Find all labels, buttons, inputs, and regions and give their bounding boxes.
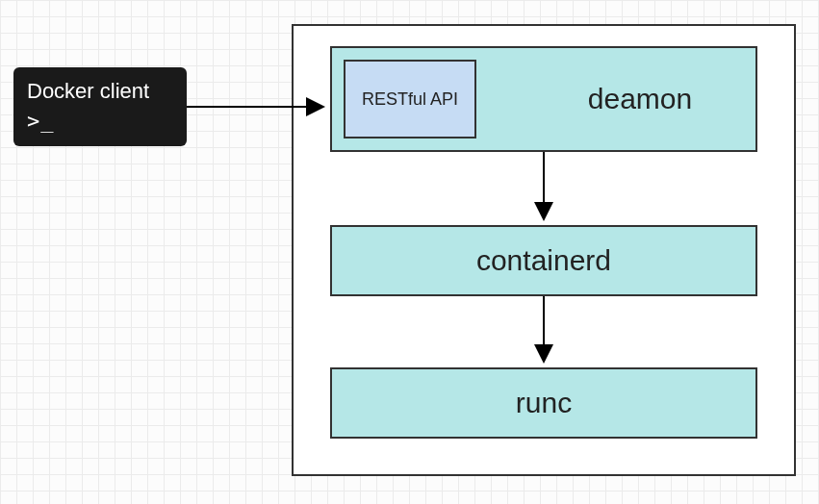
docker-client-box: Docker client >_ [13, 67, 187, 146]
restful-api-label: RESTful API [362, 89, 458, 110]
containerd-box: containerd [330, 225, 757, 296]
terminal-prompt-icon: >_ [27, 107, 173, 137]
daemon-label: deamon [525, 48, 755, 150]
runc-box: runc [330, 367, 757, 439]
runc-label: runc [516, 387, 572, 419]
restful-api-box: RESTful API [344, 60, 476, 139]
docker-client-title: Docker client [27, 77, 173, 107]
containerd-label: containerd [476, 244, 611, 277]
